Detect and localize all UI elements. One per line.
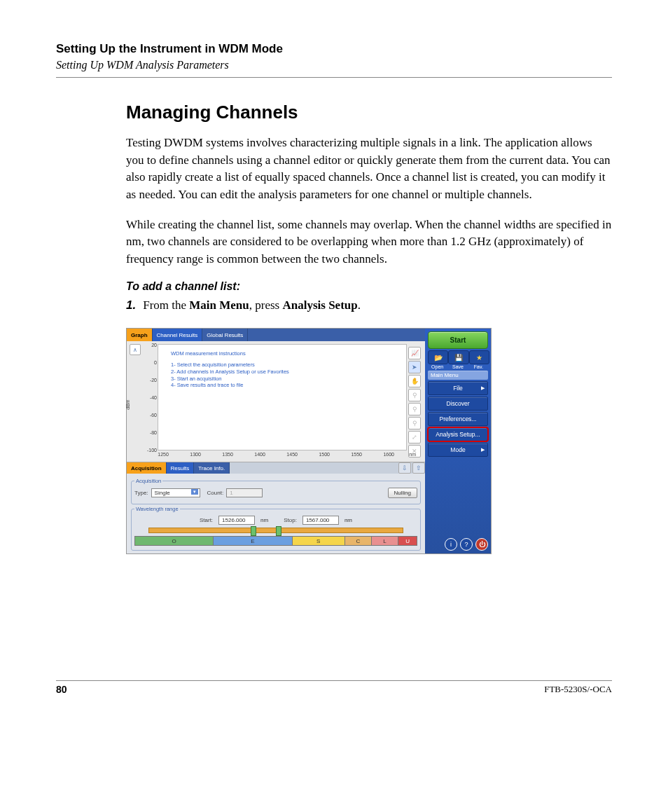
band-o[interactable]: O: [135, 537, 214, 545]
type-label: Type:: [134, 490, 148, 496]
menu-file[interactable]: File▶: [428, 381, 488, 395]
help-icon[interactable]: ?: [460, 538, 473, 551]
main-menu-header: Main Menu: [428, 371, 488, 380]
tab-acquisition[interactable]: Acquisition: [127, 462, 167, 474]
chapter-subtitle: Setting Up WDM Analysis Parameters: [56, 59, 612, 71]
pointer-tool-icon[interactable]: ➤: [408, 361, 421, 373]
top-tabs: Graph Channel Results Global Results: [127, 329, 425, 341]
count-label: Count:: [207, 490, 224, 496]
zoom-in-icon[interactable]: ⚲: [408, 389, 421, 401]
power-icon[interactable]: ⏻: [475, 538, 488, 551]
band-e[interactable]: E: [214, 537, 292, 545]
menu-discover[interactable]: Discover: [428, 397, 488, 411]
band-u[interactable]: U: [398, 537, 417, 545]
tab-results[interactable]: Results: [167, 462, 195, 474]
stop-unit: nm: [345, 517, 352, 523]
wavelength-group: Wavelength range: [134, 506, 180, 512]
nulling-button[interactable]: Nulling: [388, 488, 417, 498]
tab-trace-info[interactable]: Trace Info.: [194, 462, 230, 474]
tab-global-results[interactable]: Global Results: [202, 329, 248, 341]
band-l[interactable]: L: [372, 537, 398, 545]
open-icon[interactable]: 📂: [428, 350, 448, 364]
step-number: 1.: [126, 297, 136, 314]
zoom-out-icon[interactable]: ⚲: [408, 403, 421, 415]
marker-tool-icon[interactable]: ∧: [130, 344, 141, 355]
stop-field[interactable]: 1567.000: [302, 516, 339, 525]
start-button[interactable]: Start: [428, 331, 488, 349]
procedure-heading: To add a channel list:: [126, 280, 612, 293]
section-title: Managing Channels: [126, 102, 612, 123]
paragraph-2: While creating the channel list, some ch…: [126, 216, 612, 268]
app-screenshot: Graph Channel Results Global Results ∧ d…: [126, 328, 492, 554]
page-number: 80: [56, 684, 67, 695]
chart-instructions: WDM measurement instructions 1- Select t…: [171, 350, 289, 389]
fit-icon[interactable]: ⤢: [408, 431, 421, 443]
acquisition-group: Acquisition: [134, 478, 162, 484]
band-strip: O E S C L U: [134, 536, 417, 546]
save-icon[interactable]: 💾: [448, 350, 468, 364]
paragraph-1: Testing DWDM systems involves characteri…: [126, 135, 612, 204]
type-dropdown[interactable]: Single: [151, 488, 200, 497]
menu-mode[interactable]: Mode▶: [428, 443, 488, 457]
header-rule: [56, 77, 612, 78]
pan-tool-icon[interactable]: ✋: [408, 375, 421, 387]
step-1: 1. From the Main Menu, press Analysis Se…: [126, 297, 612, 314]
panel-expand-icon[interactable]: ⇧: [412, 462, 425, 474]
spectrum-chart: 20 0 -20 -40 -60 -80 -100 1250 1300 1350: [158, 344, 407, 450]
x-axis-unit: nm: [409, 452, 416, 457]
band-s[interactable]: S: [293, 537, 345, 545]
tab-channel-results[interactable]: Channel Results: [153, 329, 203, 341]
panel-collapse-icon[interactable]: ⇩: [398, 462, 411, 474]
menu-analysis-setup[interactable]: Analysis Setup...: [428, 427, 488, 441]
start-field[interactable]: 1526.000: [218, 516, 255, 525]
start-unit: nm: [260, 517, 268, 523]
favorites-icon[interactable]: ★: [469, 350, 489, 364]
zoom-region-icon[interactable]: ⚲: [408, 417, 421, 429]
y-axis-label: dBm: [125, 400, 130, 410]
wavelength-slider[interactable]: [148, 528, 403, 533]
chart-tool-icon[interactable]: 📈: [408, 347, 421, 359]
side-panel: Start 📂Open 💾Save ★Fav. Main Menu File▶ …: [425, 329, 491, 553]
menu-preferences[interactable]: Preferences...: [428, 412, 488, 426]
count-field[interactable]: 1: [226, 488, 263, 497]
chapter-title: Setting Up the Instrument in WDM Mode: [56, 42, 612, 56]
step-text: From the Main Menu, press Analysis Setup…: [143, 297, 361, 314]
stop-label: Stop:: [284, 517, 297, 523]
info-icon[interactable]: i: [445, 538, 457, 551]
tab-graph[interactable]: Graph: [127, 329, 153, 341]
start-label: Start:: [200, 517, 213, 523]
band-c[interactable]: C: [345, 537, 372, 545]
footer-model: FTB-5230S/-OCA: [544, 684, 612, 695]
